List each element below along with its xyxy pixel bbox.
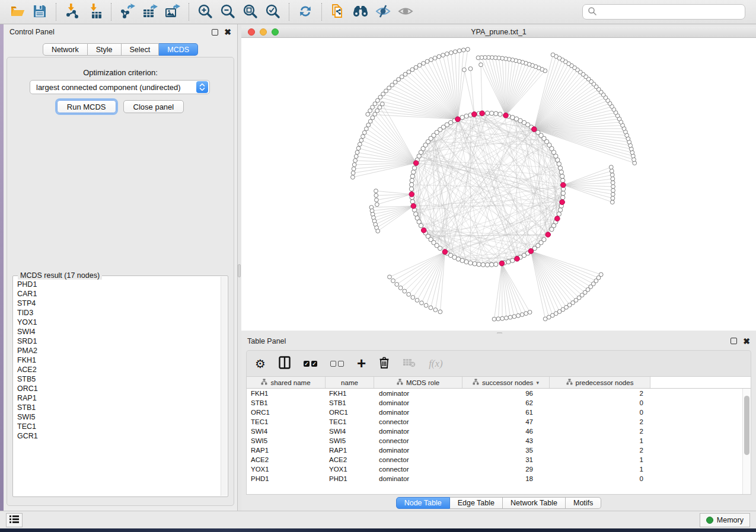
control-panel-title: Control Panel [9,28,55,36]
zoom-fit-icon [243,4,258,21]
list-item[interactable]: SRD1 [17,336,221,346]
list-item[interactable]: STB5 [17,374,221,384]
column-type-icon [473,379,479,386]
splitter-grip[interactable] [238,264,241,277]
column-header-successor-nodes[interactable]: successor nodes ▾ [462,377,550,388]
list-item[interactable]: SWI5 [17,412,221,422]
clone-network-button[interactable] [327,2,349,22]
list-item[interactable]: ACE2 [17,365,221,374]
list-item[interactable]: STB1 [17,403,221,412]
delete-table-button[interactable] [403,355,416,373]
show-all-button[interactable] [394,2,417,22]
node-table: shared name name MCDS role successor nod… [246,376,751,495]
eye-slash-icon [375,4,391,21]
memory-label: Memory [717,516,744,524]
table-row[interactable]: PHD1PHD1dominator180 [247,474,742,483]
hide-selected-button[interactable] [372,2,394,22]
table-row[interactable]: ACE2ACE2connector311 [247,455,742,464]
zoom-fit-button[interactable] [239,2,261,22]
close-table-panel-icon[interactable]: ✖ [743,337,750,345]
float-panel-icon[interactable] [212,29,218,36]
import-table-icon [87,4,103,21]
import-table-button[interactable] [84,2,106,22]
list-item[interactable]: YOX1 [17,318,221,327]
find-button[interactable] [349,2,372,22]
network-canvas[interactable] [241,38,756,331]
refresh-button[interactable] [294,2,317,22]
import-network-icon [65,4,80,21]
save-floppy-icon [33,4,47,20]
list-item[interactable]: GCR1 [17,431,221,441]
table-row[interactable]: STB1STB1dominator620 [247,398,742,408]
table-scrollbar-thumb[interactable] [744,396,749,455]
list-item[interactable]: PMA2 [17,346,221,355]
open-session-button[interactable] [6,2,28,22]
table-row[interactable]: RAP1RAP1dominator352 [247,446,742,455]
delete-column-button[interactable] [379,355,390,373]
list-item[interactable]: FKH1 [17,355,221,365]
float-table-panel-icon[interactable] [731,338,737,344]
column-header-name[interactable]: name [326,377,374,388]
memory-status-icon [706,517,713,524]
network-window-titlebar[interactable]: YPA_prune.txt_1 [241,27,756,38]
table-settings-button[interactable]: ⚙ [255,355,266,373]
list-item[interactable]: CAR1 [17,289,221,299]
tab-network-table[interactable]: Network Table [503,497,566,509]
plus-icon: + [357,357,366,370]
table-header-row: shared name name MCDS role successor nod… [247,377,751,389]
column-header-shared-name[interactable]: shared name [247,377,326,388]
list-item[interactable]: PHD1 [17,280,221,289]
tab-network[interactable]: Network [43,43,88,56]
search-input[interactable] [597,8,740,16]
tab-node-table[interactable]: Node Table [396,497,450,509]
tab-select[interactable]: Select [122,43,160,56]
close-panel-button[interactable]: Close panel [123,100,184,113]
import-network-button[interactable] [61,2,84,22]
table-scrollbar[interactable] [742,389,751,494]
deselect-all-button[interactable] [330,355,344,373]
select-all-button[interactable]: ✓✓ [304,355,317,373]
table-row[interactable]: FKH1FKH1dominator962 [247,389,742,398]
tab-style[interactable]: Style [88,43,122,56]
export-table-button[interactable] [139,2,161,22]
result-list-scrollbar[interactable] [221,277,227,496]
export-network-button[interactable] [116,2,139,22]
close-panel-icon[interactable]: ✖ [224,28,231,36]
column-header-mcds-role[interactable]: MCDS role [374,377,462,388]
mcds-result-list: PHD1CAR1STP4TID3YOX1SWI4SRD1PMA2FKH1ACE2… [14,278,221,496]
add-column-button[interactable]: + [357,355,366,373]
show-columns-button[interactable] [279,355,291,373]
table-row[interactable]: ORC1ORC1dominator610 [247,408,742,417]
zoom-out-button[interactable] [216,2,239,22]
task-history-button[interactable] [6,513,23,527]
list-item[interactable]: RAP1 [17,393,221,403]
search-box[interactable] [582,4,745,20]
table-row[interactable]: SWI5SWI5connector431 [247,436,742,446]
mcds-result-groupbox: MCDS result (17 nodes) PHD1CAR1STP4TID3Y… [12,275,228,497]
control-panel: Control Panel ✖ Network Style Select MCD… [4,24,238,511]
apply-function-button[interactable]: f(x) [429,355,443,373]
column-header-predecessor-nodes[interactable]: predecessor nodes [550,377,650,388]
tab-motifs[interactable]: Motifs [566,497,601,509]
memory-button[interactable]: Memory [700,513,750,527]
tab-mcds[interactable]: MCDS [159,43,198,56]
desktop-wallpaper-bottom [0,528,756,532]
zoom-in-button[interactable] [194,2,216,22]
save-session-button[interactable] [28,2,51,22]
tab-edge-table[interactable]: Edge Table [450,497,503,509]
list-item[interactable]: TID3 [17,308,221,318]
table-row[interactable]: TEC1TEC1connector472 [247,417,742,427]
network-window: YPA_prune.txt_1 [241,27,756,334]
table-row[interactable]: YOX1YOX1connector291 [247,464,742,474]
zoom-selected-button[interactable] [261,2,284,22]
list-item[interactable]: ORC1 [17,384,221,393]
list-item[interactable]: STP4 [17,299,221,308]
export-image-button[interactable] [161,2,184,22]
run-mcds-button[interactable]: Run MCDS [57,100,116,113]
dropdown-stepper-icon [196,81,208,93]
list-item[interactable]: SWI4 [17,327,221,336]
right-area: YPA_prune.txt_1 Table Panel ✖ ⚙ ✓✓ [241,24,756,511]
table-row[interactable]: SWI4SWI4dominator462 [247,427,742,436]
criterion-dropdown[interactable]: largest connected component (undirected) [30,80,210,94]
list-item[interactable]: TEC1 [17,422,221,431]
